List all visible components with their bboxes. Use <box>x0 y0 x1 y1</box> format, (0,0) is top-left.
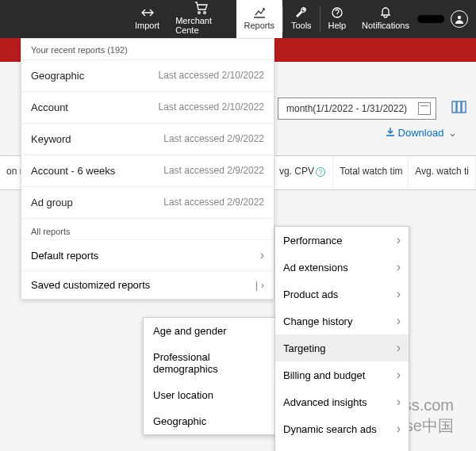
recent-report-item[interactable]: Account - 6 weeks Last accessed 2/9/2022 <box>21 155 274 186</box>
submenu-item-change-history[interactable]: Change history <box>275 308 409 334</box>
report-accessed: Last accessed 2/10/2022 <box>159 101 264 113</box>
nav-notifications[interactable]: Notifications <box>354 0 417 38</box>
targeting-item-geographic[interactable]: Geographic <box>144 408 285 434</box>
targeting-item-professional-demo[interactable]: Professional demographics <box>144 344 285 382</box>
nav-merchant[interactable]: Merchant Cente <box>167 0 236 38</box>
submenu-item-billing[interactable]: Billing and budget <box>275 361 409 388</box>
report-name: Geographic <box>31 70 84 82</box>
divider-chevron-icon: | › <box>255 279 264 291</box>
download-label: Download <box>398 127 444 139</box>
svg-point-1 <box>204 12 206 14</box>
all-reports-header: All reports <box>21 218 274 239</box>
saved-reports-item[interactable]: Saved customized reports | › <box>21 270 274 299</box>
nav-import-label: Import <box>135 21 159 30</box>
svg-rect-4 <box>452 101 456 113</box>
bell-icon <box>380 6 391 19</box>
chevron-down-icon: ⌄ <box>448 127 457 139</box>
column-header[interactable]: Avg. watch ti <box>409 156 476 189</box>
targeting-item-user-location[interactable]: User location <box>144 382 285 408</box>
svg-rect-6 <box>462 101 466 113</box>
nav-reports-label: Reports <box>244 21 275 30</box>
nav-help-label: Help <box>328 21 346 30</box>
wrench-icon <box>295 6 308 19</box>
default-reports-submenu: Performance Ad extensions Product ads Ch… <box>274 226 409 451</box>
saved-reports-label: Saved customized reports <box>31 279 150 291</box>
recent-reports-header: Your recent reports (192) <box>21 39 274 59</box>
default-reports-item[interactable]: Default reports <box>21 239 274 270</box>
nav-notifications-label: Notifications <box>362 21 409 30</box>
svg-point-0 <box>198 12 201 14</box>
targeting-item-age-gender[interactable]: Age and gender <box>144 318 285 344</box>
submenu-item-targeting[interactable]: Targeting <box>275 334 409 361</box>
download-button[interactable]: Download ⌄ <box>386 127 457 139</box>
import-icon <box>140 6 155 19</box>
recent-report-item[interactable]: Account Last accessed 2/10/2022 <box>21 91 274 123</box>
submenu-item-labels[interactable]: Labels <box>275 442 409 451</box>
topbar-right <box>417 0 476 38</box>
date-range-text: month(1/1/2022 - 1/31/2022) <box>286 103 407 114</box>
account-redaction <box>417 15 444 23</box>
submenu-item-product-ads[interactable]: Product ads <box>275 281 409 308</box>
column-header[interactable]: Total watch tim <box>333 156 409 189</box>
reports-icon <box>253 6 266 19</box>
submenu-item-ad-extensions[interactable]: Ad extensions <box>275 254 409 281</box>
cart-icon <box>194 2 209 14</box>
report-accessed: Last accessed 2/10/2022 <box>159 70 264 82</box>
download-icon <box>386 127 395 139</box>
submenu-item-advanced-insights[interactable]: Advanced insights <box>275 388 409 415</box>
recent-report-item[interactable]: Keyword Last accessed 2/9/2022 <box>21 123 274 155</box>
chevron-right-icon <box>260 248 264 262</box>
submenu-item-dynamic-search-ads[interactable]: Dynamic search ads <box>275 415 409 442</box>
topbar-spacer <box>0 0 127 38</box>
nav-merchant-label: Merchant Cente <box>175 16 228 35</box>
chevron-right-icon <box>397 260 401 274</box>
calendar-icon <box>418 102 431 115</box>
nav-tools-label: Tools <box>291 21 312 30</box>
report-name: Account <box>31 101 68 113</box>
report-name: Keyword <box>31 133 71 145</box>
nav-tools[interactable]: Tools <box>283 0 320 38</box>
date-range-picker[interactable]: month(1/1/2022 - 1/31/2022) <box>278 97 436 120</box>
column-header[interactable]: vg. CPV? <box>273 156 333 189</box>
chevron-right-icon <box>397 395 401 409</box>
chevron-right-icon <box>397 233 401 247</box>
help-icon <box>332 6 343 19</box>
chevron-right-icon <box>397 422 401 436</box>
default-reports-label: Default reports <box>31 250 98 262</box>
submenu-item-performance[interactable]: Performance <box>275 227 409 254</box>
chevron-right-icon <box>397 341 401 355</box>
svg-rect-5 <box>457 101 461 113</box>
report-name: Ad group <box>31 197 73 208</box>
recent-report-item[interactable]: Geographic Last accessed 2/10/2022 <box>21 59 274 91</box>
report-name: Account - 6 weeks <box>31 165 115 177</box>
chevron-right-icon <box>397 287 401 301</box>
top-nav: Import Merchant Cente Reports Tools Help… <box>0 0 476 38</box>
reports-dropdown: Your recent reports (192) Geographic Las… <box>21 38 274 300</box>
nav-reports[interactable]: Reports <box>236 0 283 38</box>
user-avatar[interactable] <box>451 10 468 28</box>
svg-point-3 <box>458 16 461 19</box>
recent-report-item[interactable]: Ad group Last accessed 2/9/2022 <box>21 186 274 218</box>
targeting-submenu: Age and gender Professional demographics… <box>143 317 286 435</box>
report-accessed: Last accessed 2/9/2022 <box>163 165 264 177</box>
chevron-right-icon <box>397 368 401 382</box>
chevron-right-icon <box>397 314 401 328</box>
report-accessed: Last accessed 2/9/2022 <box>163 133 264 145</box>
columns-button[interactable] <box>451 101 467 117</box>
info-icon[interactable]: ? <box>316 167 325 177</box>
nav-import[interactable]: Import <box>127 0 167 38</box>
nav-help[interactable]: Help <box>320 0 354 38</box>
report-accessed: Last accessed 2/9/2022 <box>163 197 264 208</box>
